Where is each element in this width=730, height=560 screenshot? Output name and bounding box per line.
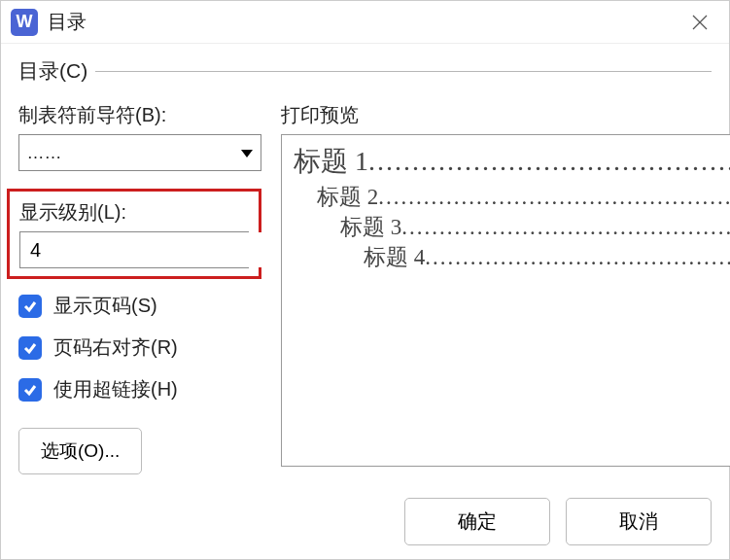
preview-line: 标题 2 ...................................…	[294, 182, 730, 212]
preview-dots: ........................................…	[368, 146, 730, 177]
preview-line: 标题 4 ...................................…	[294, 242, 730, 272]
titlebar: W 目录	[1, 1, 729, 44]
preview-line: 标题 1 ...................................…	[294, 143, 730, 180]
preview-title: 标题 1	[294, 143, 368, 180]
section-divider	[95, 71, 712, 72]
chevron-down-icon	[241, 144, 253, 161]
section-header: 目录(C)	[18, 57, 712, 85]
preview-title: 标题 2	[317, 182, 378, 212]
leader-value: ……	[27, 145, 241, 161]
hyperlinks-label: 使用超链接(H)	[53, 376, 178, 402]
dialog-footer: 确定 取消	[1, 488, 729, 559]
toc-dialog: W 目录 目录(C) 制表符前导符(B): …… 显示级别(L):	[0, 0, 730, 560]
show-page-checkbox[interactable]: 显示页码(S)	[18, 293, 261, 319]
levels-spinner[interactable]	[19, 231, 249, 268]
ok-button[interactable]: 确定	[404, 498, 550, 545]
checkbox-checked-icon	[18, 336, 42, 360]
hyperlinks-checkbox[interactable]: 使用超链接(H)	[18, 376, 261, 402]
preview-dots: ........................................…	[401, 215, 730, 240]
leader-label: 制表符前导符(B):	[18, 102, 261, 128]
cancel-button[interactable]: 取消	[566, 498, 712, 545]
right-align-label: 页码右对齐(R)	[53, 334, 178, 361]
preview-dots: ........................................…	[425, 245, 730, 270]
checkbox-checked-icon	[18, 295, 42, 318]
preview-title: 标题 3	[340, 212, 401, 242]
preview-label: 打印预览	[281, 102, 730, 128]
options-button[interactable]: 选项(O)...	[18, 428, 142, 474]
preview-dots: ........................................…	[378, 185, 730, 210]
close-button[interactable]	[680, 3, 719, 42]
svg-marker-2	[241, 150, 253, 158]
right-align-checkbox[interactable]: 页码右对齐(R)	[18, 334, 261, 361]
print-preview: 标题 1 ...................................…	[281, 134, 730, 467]
show-page-label: 显示页码(S)	[53, 293, 157, 319]
levels-input[interactable]	[20, 232, 286, 267]
checkbox-checked-icon	[18, 378, 42, 402]
close-icon	[690, 13, 710, 32]
preview-line: 标题 3 ...................................…	[294, 212, 730, 242]
preview-title: 标题 4	[364, 242, 425, 272]
dialog-title: 目录	[48, 9, 87, 35]
app-icon: W	[11, 9, 38, 36]
leader-combobox[interactable]: ……	[18, 134, 261, 171]
levels-highlight: 显示级别(L):	[7, 189, 261, 279]
section-title: 目录(C)	[18, 57, 87, 85]
levels-label: 显示级别(L):	[19, 199, 249, 226]
